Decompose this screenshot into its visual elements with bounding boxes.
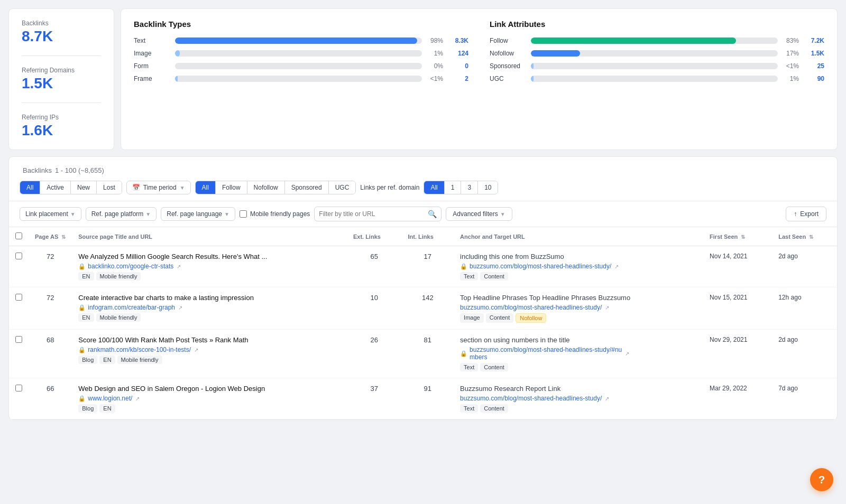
tag-text: Text — [460, 272, 478, 281]
anchor-tags: Text Content — [460, 272, 697, 281]
lock-icon: 🔒 — [78, 395, 86, 402]
first-seen-cell: Mar 29, 2022 — [703, 378, 772, 419]
anchor-url: 🔒 buzzsumo.com/blog/most-shared-headline… — [460, 346, 697, 361]
anchor-tags: Image Content Nofollow — [460, 313, 697, 323]
link-attributes-section: Link Attributes Follow 83% 7.2K Nofollow… — [490, 20, 824, 88]
source-title: Web Design and SEO in Salem Oregon - Log… — [78, 385, 341, 393]
tag-nofollow: Nofollow — [516, 313, 546, 323]
backlinks-value: 8.7K — [22, 28, 101, 45]
mobile-friendly-checkbox[interactable] — [240, 210, 247, 218]
link-type-nofollow-button[interactable]: Nofollow — [247, 181, 285, 194]
last-seen-cell: 12h ago — [772, 287, 837, 330]
link-attributes-bars: Follow 83% 7.2K Nofollow 17% 1.5K — [490, 37, 824, 82]
anchor-text: including this one from BuzzSumo — [460, 253, 697, 260]
filters-row-2: Link placement ▼ Ref. page platform ▼ Re… — [9, 201, 837, 227]
ref-page-platform-dropdown[interactable]: Ref. page platform ▼ — [86, 207, 157, 221]
lpd-1-button[interactable]: 1 — [445, 181, 462, 194]
source-url: 🔒 www.logion.net/ ↗ — [78, 395, 341, 402]
lpd-all-button[interactable]: All — [424, 181, 444, 194]
source-link[interactable]: www.logion.net/ — [88, 395, 132, 402]
source-title: Create interactive bar charts to make a … — [78, 294, 341, 302]
row-checkbox-cell — [9, 287, 29, 330]
referring-domains-label: Referring Domains — [22, 67, 101, 74]
link-type-all-button[interactable]: All — [196, 181, 216, 194]
tag-blog: Blog — [78, 356, 97, 364]
bar-row-form: Form 0% 0 — [134, 62, 468, 70]
ext-links-cell: 37 — [347, 378, 402, 419]
table-row: 66 Web Design and SEO in Salem Oregon - … — [9, 378, 837, 419]
time-period-dropdown[interactable]: 📅 Time period ▼ — [126, 181, 191, 194]
source-link[interactable]: backlinko.com/google-ctr-stats — [88, 263, 173, 270]
link-placement-label: Link placement — [25, 210, 68, 218]
referring-domains-stat: Referring Domains 1.5K — [22, 67, 101, 92]
source-link[interactable]: infogram.com/create/bar-graph — [88, 304, 175, 311]
external-link-icon: ↗ — [605, 305, 609, 311]
chevron-down-icon: ▼ — [500, 211, 505, 217]
ref-page-language-label: Ref. page language — [167, 210, 222, 218]
int-links-cell: 142 — [402, 287, 454, 330]
row-checkbox[interactable] — [15, 253, 22, 259]
lpd-3-button[interactable]: 3 — [461, 181, 478, 194]
export-button[interactable]: ↑ Export — [786, 207, 826, 221]
bar-row-text: Text 98% 8.3K — [134, 37, 468, 44]
anchor-link[interactable]: buzzsumo.com/blog/most-shared-headlines-… — [460, 395, 602, 402]
anchor-link[interactable]: buzzsumo.com/blog/most-shared-headlines-… — [470, 346, 622, 361]
anchor-link[interactable]: buzzsumo.com/blog/most-shared-headlines-… — [460, 304, 602, 311]
tag-mobile-friendly: Mobile friendly — [117, 356, 162, 364]
sort-icon: ⇅ — [741, 234, 745, 240]
source-url: 🔒 infogram.com/create/bar-graph ↗ — [78, 304, 341, 311]
lock-icon: 🔒 — [78, 304, 86, 311]
links-per-domain-group: All 1 3 10 — [424, 181, 498, 194]
lock-icon: 🔒 — [78, 263, 86, 270]
mobile-friendly-label: Mobile friendly pages — [250, 210, 310, 218]
anchor-url: 🔒 buzzsumo.com/blog/most-shared-headline… — [460, 263, 697, 270]
status-all-button[interactable]: All — [20, 181, 40, 194]
source-cell: We Analyzed 5 Million Google Search Resu… — [72, 246, 347, 287]
lpd-10-button[interactable]: 10 — [478, 181, 498, 194]
chevron-down-icon: ▼ — [180, 185, 185, 191]
link-placement-dropdown[interactable]: Link placement ▼ — [20, 207, 81, 221]
advanced-filters-button[interactable]: Advanced filters ▼ — [446, 207, 512, 221]
external-link-icon: ↗ — [177, 264, 181, 269]
th-checkbox — [9, 227, 29, 246]
status-lost-button[interactable]: Lost — [97, 181, 122, 194]
anchor-url: buzzsumo.com/blog/most-shared-headlines-… — [460, 395, 697, 402]
status-new-button[interactable]: New — [71, 181, 97, 194]
source-title: Score 100/100 With Rank Math Post Tests … — [78, 336, 341, 344]
row-checkbox[interactable] — [15, 385, 22, 391]
tag-en: EN — [99, 404, 115, 413]
bar-row-image: Image 1% 124 — [134, 50, 468, 57]
source-link[interactable]: rankmath.com/kb/score-100-in-tests/ — [88, 346, 191, 353]
external-link-icon: ↗ — [625, 351, 629, 357]
anchor-text: Buzzsumo Research Report Link — [460, 385, 697, 393]
mobile-friendly-checkbox-label[interactable]: Mobile friendly pages — [240, 210, 310, 218]
bar-row-ugc: UGC 1% 90 — [490, 75, 824, 82]
row-checkbox-cell — [9, 378, 29, 419]
export-label: Export — [800, 210, 819, 218]
anchor-link[interactable]: buzzsumo.com/blog/most-shared-headlines-… — [470, 263, 611, 270]
external-link-icon: ↗ — [194, 347, 198, 353]
link-type-follow-button[interactable]: Follow — [216, 181, 247, 194]
th-page-as: Page AS ⇅ — [29, 227, 72, 246]
link-type-ugc-button[interactable]: UGC — [329, 181, 356, 194]
select-all-checkbox[interactable] — [15, 232, 22, 239]
tag-content: Content — [480, 363, 508, 371]
link-type-sponsored-button[interactable]: Sponsored — [285, 181, 329, 194]
ref-page-language-dropdown[interactable]: Ref. page language ▼ — [161, 207, 235, 221]
chevron-down-icon: ▼ — [145, 211, 151, 217]
anchor-cell: including this one from BuzzSumo 🔒 buzzs… — [454, 246, 703, 287]
int-links-cell: 17 — [402, 246, 454, 287]
tag-blog: Blog — [78, 404, 97, 413]
row-checkbox[interactable] — [15, 336, 22, 343]
page-as-cell: 72 — [29, 246, 72, 287]
anchor-tags: Text Content — [460, 404, 697, 413]
th-anchor-url: Anchor and Target URL — [454, 227, 703, 246]
tag-en: EN — [78, 313, 94, 322]
anchor-text: Top Headline Phrases Top Headline Phrase… — [460, 294, 697, 302]
bar-row-follow: Follow 83% 7.2K — [490, 37, 824, 44]
search-input[interactable] — [319, 210, 425, 218]
search-box[interactable]: 🔍 — [314, 207, 442, 221]
tag-mobile-friendly: Mobile friendly — [96, 272, 141, 281]
status-active-button[interactable]: Active — [40, 181, 71, 194]
row-checkbox[interactable] — [15, 294, 22, 301]
